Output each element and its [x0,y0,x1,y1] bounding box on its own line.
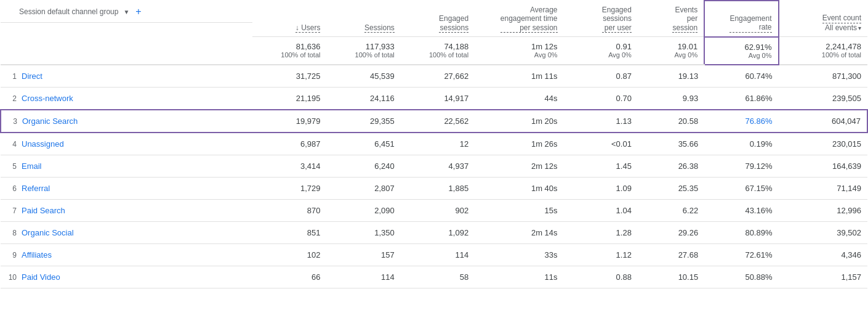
row-channel-name[interactable]: Cross-network [22,94,73,103]
row-channel-name[interactable]: Organic Search [22,117,78,126]
table-row[interactable]: 3Organic Search19,97929,35522,5621m 20s1… [1,110,867,133]
table-row[interactable]: 1Direct31,72545,53927,6621m 11s0.8719.13… [1,65,867,88]
row-channel-name[interactable]: Organic Social [22,228,74,237]
row-avg-engagement: 15s [475,199,563,221]
row-engagement-rate: 80.89% [704,221,778,243]
row-avg-engagement: 2m 12s [475,155,563,177]
col-header-engaged-per-user[interactable]: Engagedsessionsper user [564,1,638,37]
totals-row: 81,636 100% of total 117,933 100% of tot… [1,37,867,65]
col-name-filter-icon[interactable]: ▼ [123,8,129,16]
col-header-name[interactable]: Session default channel group ▼ + [1,1,252,23]
col-engaged-per-user-label: Engagedsessionsper user [602,6,632,33]
table-row[interactable]: 6Referral1,7292,8071,8851m 40s1.0925.356… [1,177,867,199]
row-engaged-per-user: 1.28 [564,221,638,243]
table-row[interactable]: 7Paid Search8702,09090215s1.046.2243.16%… [1,199,867,221]
row-channel-name[interactable]: Affiliates [22,250,52,260]
totals-avg-engagement: 1m 12s Avg 0% [475,37,563,65]
col-header-engaged-sessions[interactable]: Engagedsessions [401,1,475,37]
col-events-per-session-label: Eventspersession [672,6,697,33]
totals-users: 81,636 100% of total [252,37,326,65]
table-row[interactable]: 9Affiliates10215711433s1.1227.6872.61%4,… [1,243,867,266]
row-name-cell: 5Email [1,155,252,177]
row-channel-name[interactable]: Email [22,162,42,171]
row-number: 4 [4,140,17,149]
col-header-engagement-rate[interactable]: Engagementrate [704,1,778,37]
row-avg-engagement: 1m 11s [475,65,563,88]
row-engaged-per-user: 1.13 [564,110,638,133]
row-avg-engagement: 1m 26s [475,133,563,155]
row-channel-name[interactable]: Paid Video [22,272,60,282]
row-users: 6,987 [252,133,326,155]
row-engagement-rate: 61.86% [704,87,778,110]
row-engaged-sessions: 27,662 [401,65,475,88]
row-channel-name[interactable]: Referral [22,184,50,193]
row-users: 870 [252,199,326,221]
row-channel-name[interactable]: Paid Search [22,206,65,215]
row-users: 19,979 [252,110,326,133]
table-row[interactable]: 2Cross-network21,19524,11614,91744s0.709… [1,87,867,110]
row-name-cell: 6Referral [1,177,252,199]
event-count-dropdown-label: All events [825,23,857,33]
row-sessions: 29,355 [326,110,400,133]
totals-engaged-sessions: 74,188 100% of total [401,37,475,65]
row-avg-engagement: 1m 20s [475,110,563,133]
col-header-events-per-session[interactable]: Eventspersession [638,1,704,37]
row-events-per-session: 27.68 [638,243,704,266]
table-row[interactable]: 10Paid Video661145811s0.8810.1550.88%1,1… [1,266,867,288]
row-engagement-rate: 67.15% [704,177,778,199]
row-engaged-per-user: 0.88 [564,266,638,288]
row-event-count: 12,996 [779,199,868,221]
row-event-count: 604,047 [779,110,868,133]
totals-engagement-rate: 62.91% Avg 0% [704,37,778,65]
row-sessions: 6,451 [326,133,400,155]
table-body: 1Direct31,72545,53927,6621m 11s0.8719.13… [1,65,867,288]
row-sessions: 2,090 [326,199,400,221]
row-number: 6 [4,184,17,193]
table-row[interactable]: 8Organic Social8511,3501,0922m 14s1.2829… [1,221,867,243]
col-engagement-rate-label: Engagementrate [729,14,771,33]
add-dimension-button[interactable]: + [135,6,141,18]
row-users: 851 [252,221,326,243]
row-channel-name[interactable]: Unassigned [22,139,64,149]
table-row[interactable]: 4Unassigned6,9876,451121m 26s<0.0135.660… [1,133,867,155]
row-event-count: 39,502 [779,221,868,243]
col-avg-engagement-label: Averageengagement timeper session [500,6,558,33]
row-number: 10 [4,273,17,282]
row-users: 102 [252,243,326,266]
row-name-cell: 10Paid Video [1,266,252,288]
row-engaged-per-user: 1.09 [564,177,638,199]
row-engaged-per-user: 0.70 [564,87,638,110]
row-channel-name[interactable]: Direct [22,72,42,81]
row-engaged-sessions: 58 [401,266,475,288]
row-sessions: 157 [326,243,400,266]
row-engaged-per-user: 1.04 [564,199,638,221]
row-events-per-session: 26.38 [638,155,704,177]
row-events-per-session: 35.66 [638,133,704,155]
row-name-cell: 8Organic Social [1,221,252,243]
col-sessions-label: Sessions [364,23,395,33]
row-events-per-session: 10.15 [638,266,704,288]
totals-events-per-session: 19.01 Avg 0% [638,37,704,65]
row-sessions: 114 [326,266,400,288]
event-count-dropdown[interactable]: All events ▾ [825,23,861,33]
row-engaged-sessions: 22,562 [401,110,475,133]
row-number: 9 [4,251,17,260]
table-row[interactable]: 5Email3,4146,2404,9372m 12s1.4526.3879.1… [1,155,867,177]
row-engaged-per-user: 1.12 [564,243,638,266]
col-header-users[interactable]: ↓ Users [252,1,326,37]
col-header-sessions[interactable]: Sessions [326,1,400,37]
totals-label [1,37,252,65]
col-header-event-count[interactable]: Event count All events ▾ [779,1,868,37]
row-events-per-session: 29.26 [638,221,704,243]
row-name-cell: 3Organic Search [1,110,252,133]
row-engaged-sessions: 1,885 [401,177,475,199]
row-users: 31,725 [252,65,326,88]
row-engaged-per-user: <0.01 [564,133,638,155]
row-name-cell: 7Paid Search [1,199,252,221]
row-avg-engagement: 1m 40s [475,177,563,199]
row-event-count: 871,300 [779,65,868,88]
row-event-count: 1,157 [779,266,868,288]
col-header-avg-engagement[interactable]: Averageengagement timeper session [475,1,563,37]
row-sessions: 24,116 [326,87,400,110]
row-sessions: 2,807 [326,177,400,199]
